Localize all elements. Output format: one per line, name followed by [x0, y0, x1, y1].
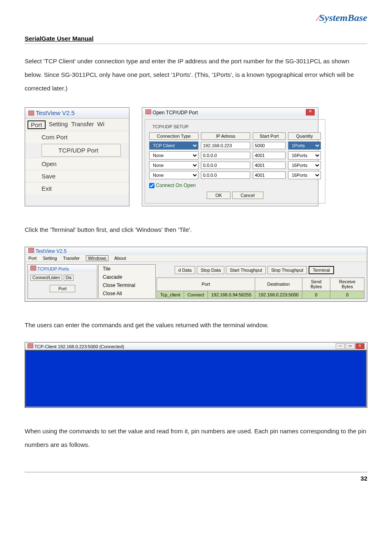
testview-main-screenshot: TestView V2.5 Port Setting Transfer Wind… — [25, 247, 367, 301]
start-port-input[interactable] — [253, 171, 286, 179]
setup-row: None16Ports — [149, 171, 321, 179]
app-icon — [28, 343, 33, 348]
paragraph-2: Click the 'Terminal' button first, and c… — [25, 223, 367, 236]
table-row[interactable]: Tcp_client Connect 192.168.0.94:58255 19… — [157, 291, 364, 298]
manual-title: SerialGate User Manual — [25, 35, 367, 42]
figure-row-1: TestView V2.5 Port Setting Transfer Wi C… — [25, 107, 367, 206]
col-connection-type[interactable]: Connection Type — [149, 132, 198, 140]
connection-type-select[interactable]: None — [149, 151, 198, 160]
start-throughput-button[interactable]: Start Thoughput — [226, 266, 266, 274]
windows-submenu: Tile Cascade Close Terminal Close All — [98, 264, 156, 298]
data-button[interactable]: d Data — [175, 266, 195, 274]
col-destination: Destination — [255, 278, 302, 291]
app-icon — [28, 111, 34, 116]
stop-data-button[interactable]: Stop Data — [197, 266, 224, 274]
app-icon — [145, 109, 151, 114]
tcpudp-setup-group: TCP/UDP SETUP Connection Type IP Adress … — [145, 119, 325, 204]
connection-type-select[interactable]: TCP Client — [149, 141, 198, 150]
connection-type-select[interactable]: None — [149, 161, 198, 169]
stop-throughput-button[interactable]: Stop Thoughput — [267, 266, 307, 274]
quantity-select[interactable]: 16Ports — [288, 161, 321, 169]
app-icon — [28, 248, 34, 253]
disconnect-button[interactable]: Dis — [64, 275, 74, 281]
close-icon[interactable]: ✕ — [306, 109, 315, 116]
terminal-button[interactable]: Terminal — [309, 266, 334, 274]
main-menubar: Port Setting Transfer Windows About — [25, 255, 367, 262]
menu-setting[interactable]: Setting — [43, 256, 57, 261]
maximize-icon[interactable]: ▭ — [346, 343, 355, 349]
connect-on-open-input[interactable] — [149, 183, 154, 188]
terminal-titlebar: TCP-Client 192.168.0.223:5000 (Connected… — [25, 342, 367, 350]
tcpudp-ports-panel: TCP/UDP Ports Connect/Listen Dis Port — [28, 264, 97, 298]
testview-menu-screenshot: TestView V2.5 Port Setting Transfer Wi C… — [25, 107, 129, 206]
submenu-cascade[interactable]: Cascade — [99, 273, 155, 281]
start-port-input[interactable] — [253, 152, 286, 159]
quantity-select[interactable]: 16Ports — [288, 151, 321, 160]
start-port-input[interactable] — [253, 162, 286, 169]
menu-item-save[interactable]: Save — [25, 170, 129, 182]
menu-windows[interactable]: Windows — [86, 255, 108, 261]
setup-row: None16Ports — [149, 161, 321, 169]
menu-port[interactable]: Port — [28, 256, 37, 261]
ok-button[interactable]: OK — [207, 192, 231, 199]
col-ip-address[interactable]: IP Adress — [201, 132, 250, 140]
terminal-body[interactable] — [25, 350, 367, 407]
open-tcpudp-dialog: Open TCP/UDP Port ✕ TCP/UDP SETUP Connec… — [142, 107, 318, 206]
cell-local: 192.168.0.94:58255 — [208, 291, 255, 298]
menu-setting[interactable]: Setting — [49, 120, 68, 129]
col-send-bytes: Send Bytes — [302, 278, 330, 291]
cell-name: Tcp_client — [157, 291, 184, 298]
paragraph-4: When using the commands to set the value… — [25, 424, 367, 451]
paragraph-1: Select 'TCP Client' under connection typ… — [25, 54, 367, 95]
connect-on-open-checkbox[interactable]: Connect On Open — [149, 183, 321, 188]
submenu-close-terminal[interactable]: Close Terminal — [99, 281, 155, 289]
minimize-icon[interactable]: — — [336, 343, 345, 349]
paragraph-3: The users can enter the commands and get… — [25, 318, 367, 332]
col-quantity[interactable]: Quantity — [288, 132, 321, 140]
quantity-select[interactable]: 16Ports — [288, 171, 321, 179]
menu-item-tcpudp-port[interactable]: TCP/UDP Port — [42, 144, 121, 157]
connection-type-select[interactable]: None — [149, 171, 198, 179]
col-start-port[interactable]: Start Port — [253, 132, 286, 140]
col-port: Port — [157, 278, 255, 291]
cell-send: 0 — [302, 291, 330, 298]
quantity-select[interactable]: 1Ports — [288, 141, 321, 150]
menu-wi[interactable]: Wi — [97, 120, 105, 129]
menu-window-title: TestView V2.5 — [25, 108, 129, 118]
cell-status: Connect — [184, 291, 208, 298]
ip-input[interactable] — [201, 162, 250, 169]
close-icon[interactable]: ✕ — [355, 343, 364, 349]
menu-port[interactable]: Port — [28, 120, 46, 129]
menu-bar: Port Setting Transfer Wi — [25, 118, 129, 131]
ip-input[interactable] — [201, 152, 250, 159]
menu-transfer[interactable]: Transfer — [71, 120, 94, 129]
connect-listen-button[interactable]: Connect/Listen — [30, 275, 62, 281]
port-column-button[interactable]: Port — [50, 285, 75, 292]
setup-row: TCP Client1Ports — [149, 141, 321, 150]
header-rule — [25, 44, 367, 44]
group-label: TCP/UDP SETUP — [151, 124, 190, 129]
ip-input[interactable] — [201, 142, 250, 149]
ip-input[interactable] — [201, 171, 250, 179]
menu-item-open[interactable]: Open — [25, 157, 129, 170]
submenu-close-all[interactable]: Close All — [99, 289, 155, 298]
cell-dest: 192.168.0.223:5000 — [255, 291, 302, 298]
menu-transfer[interactable]: Transfer — [63, 256, 80, 261]
menu-item-exit[interactable]: Exit — [25, 182, 129, 194]
col-receive-bytes: Receive Bytes — [330, 278, 364, 291]
brand-logo: ∕SystemBase — [318, 12, 367, 23]
cancel-button[interactable]: Cancel — [232, 192, 263, 199]
terminal-screenshot: TCP-Client 192.168.0.223:5000 (Connected… — [25, 342, 367, 408]
right-panel: d Data Stop Data Start Thoughput Stop Th… — [157, 264, 364, 298]
footer-rule — [25, 472, 367, 472]
dialog-titlebar: Open TCP/UDP Port ✕ — [142, 108, 318, 117]
window-title: TestView V2.5 — [25, 247, 367, 255]
ports-panel-title: TCP/UDP Ports — [28, 265, 97, 272]
cell-recv: 0 — [330, 291, 364, 298]
submenu-tile[interactable]: Tile — [99, 265, 155, 273]
menu-item-com-port[interactable]: Com Port — [25, 131, 129, 143]
menu-about[interactable]: About — [114, 256, 126, 261]
setup-header-row: Connection Type IP Adress Start Port Qua… — [149, 132, 321, 140]
start-port-input[interactable] — [253, 142, 286, 149]
toolbar-strip: d Data Stop Data Start Thoughput Stop Th… — [173, 264, 364, 276]
